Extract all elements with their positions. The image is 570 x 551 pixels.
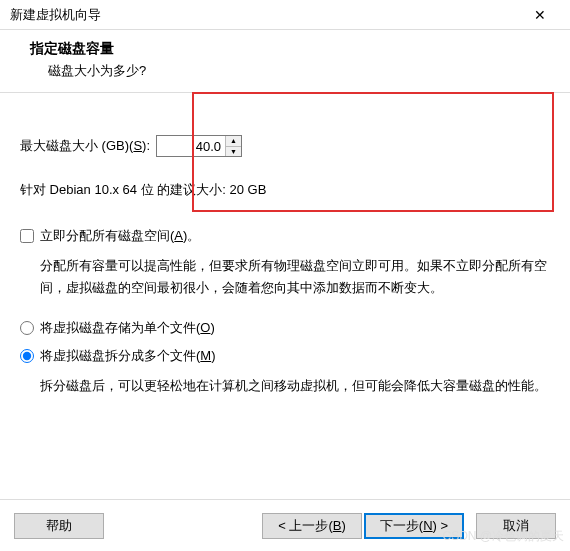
- split-radio-group: 将虚拟磁盘存储为单个文件(O) 将虚拟磁盘拆分成多个文件(M) 拆分磁盘后，可以…: [20, 319, 550, 397]
- titlebar: 新建虚拟机向导 ✕: [0, 0, 570, 30]
- spin-up-button[interactable]: ▲: [226, 136, 241, 146]
- recommended-size-text: 针对 Debian 10.x 64 位 的建议大小: 20 GB: [20, 181, 550, 199]
- wizard-content: 最大磁盘大小 (GB)(S): ▲ ▼ 针对 Debian 10.x 64 位 …: [0, 93, 570, 427]
- page-title: 指定磁盘容量: [30, 40, 540, 58]
- cancel-button[interactable]: 取消: [476, 513, 556, 539]
- single-file-radio[interactable]: [20, 321, 34, 335]
- window-title: 新建虚拟机向导: [10, 6, 520, 24]
- disk-size-input[interactable]: [157, 136, 225, 156]
- single-file-radio-row[interactable]: 将虚拟磁盘存储为单个文件(O): [20, 319, 550, 337]
- single-file-label: 将虚拟磁盘存储为单个文件(O): [40, 319, 215, 337]
- spin-buttons: ▲ ▼: [225, 136, 241, 156]
- spin-down-button[interactable]: ▼: [226, 146, 241, 157]
- allocate-now-checkbox[interactable]: [20, 229, 34, 243]
- disk-size-row: 最大磁盘大小 (GB)(S): ▲ ▼: [20, 135, 550, 157]
- wizard-header: 指定磁盘容量 磁盘大小为多少?: [0, 30, 570, 92]
- disk-size-spinner[interactable]: ▲ ▼: [156, 135, 242, 157]
- page-subtitle: 磁盘大小为多少?: [30, 62, 540, 80]
- back-button[interactable]: < 上一步(B): [262, 513, 362, 539]
- disk-size-label: 最大磁盘大小 (GB)(S):: [20, 137, 150, 155]
- help-button[interactable]: 帮助: [14, 513, 104, 539]
- multi-file-radio-row[interactable]: 将虚拟磁盘拆分成多个文件(M): [20, 347, 550, 365]
- close-icon: ✕: [534, 7, 546, 23]
- allocate-now-desc: 分配所有容量可以提高性能，但要求所有物理磁盘空间立即可用。如果不立即分配所有空间…: [20, 255, 550, 299]
- next-button[interactable]: 下一步(N) >: [364, 513, 464, 539]
- split-desc: 拆分磁盘后，可以更轻松地在计算机之间移动虚拟机，但可能会降低大容量磁盘的性能。: [20, 375, 550, 397]
- allocate-now-label: 立即分配所有磁盘空间(A)。: [40, 227, 200, 245]
- multi-file-radio[interactable]: [20, 349, 34, 363]
- close-button[interactable]: ✕: [520, 1, 560, 29]
- wizard-footer: 帮助 < 上一步(B) 下一步(N) > 取消: [0, 499, 570, 551]
- allocate-now-checkbox-row[interactable]: 立即分配所有磁盘空间(A)。: [20, 227, 550, 245]
- multi-file-label: 将虚拟磁盘拆分成多个文件(M): [40, 347, 216, 365]
